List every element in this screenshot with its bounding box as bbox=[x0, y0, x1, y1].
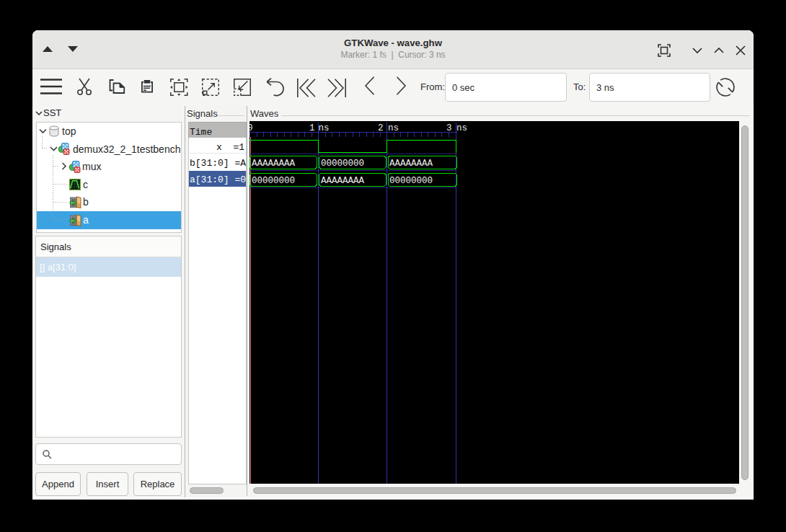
svg-text:ns: ns bbox=[388, 123, 399, 133]
svg-text:AAAAAAAA: AAAAAAAA bbox=[321, 176, 365, 186]
svg-text:AAAAAAAA: AAAAAAAA bbox=[252, 159, 296, 169]
svg-text:ns: ns bbox=[456, 123, 467, 133]
svg-text:3: 3 bbox=[446, 123, 452, 133]
svg-text:2: 2 bbox=[378, 123, 384, 133]
svg-text:1: 1 bbox=[309, 123, 315, 133]
svg-text:AAAAAAAA: AAAAAAAA bbox=[389, 159, 433, 169]
svg-text:0: 0 bbox=[250, 123, 253, 133]
svg-text:00000000: 00000000 bbox=[321, 159, 364, 169]
svg-text:ns: ns bbox=[319, 123, 330, 133]
svg-text:00000000: 00000000 bbox=[389, 176, 433, 186]
svg-text:00000000: 00000000 bbox=[252, 176, 295, 186]
